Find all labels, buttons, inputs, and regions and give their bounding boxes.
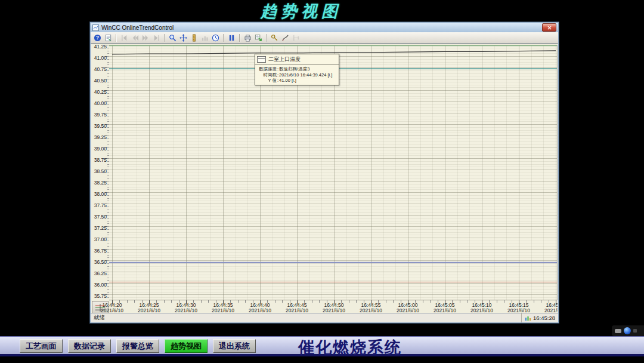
taskbar-button-active[interactable]: 趋势视图	[165, 339, 208, 353]
toolbar-separator	[223, 34, 224, 42]
legend-line-icon	[257, 56, 266, 63]
y-tick-label: 40.25	[91, 90, 107, 95]
tooltip-row: 时间戳:2021/6/10 16:44:39.424 [i.]	[255, 72, 339, 78]
status-ready-text: 就绪	[94, 314, 105, 322]
toolbar-marker-icon	[291, 33, 301, 42]
y-tick-label: 37.00	[91, 237, 107, 242]
toolbar-last-icon	[151, 33, 162, 42]
x-tick-label: 16:45:002021/6/10	[391, 303, 425, 313]
y-tick-label: 39.25	[91, 135, 107, 140]
taskbar-button-item[interactable]: 报警总览	[116, 339, 159, 353]
y-tick-label: 37.75	[91, 203, 107, 208]
x-tick-label: 16:45:052021/6/10	[428, 303, 462, 313]
tooltip-row: Y 值:41.00 [i.]	[255, 78, 339, 84]
toolbar: ?	[91, 32, 558, 44]
x-tick-label: 16:45:102021/6/10	[465, 303, 499, 313]
page-title: 趋势视图	[0, 1, 602, 22]
y-tick-label: 40.50	[91, 78, 107, 84]
toolbar-export-icon[interactable]	[253, 33, 264, 42]
taskbar-button-item[interactable]: 数据记录	[68, 339, 111, 353]
y-tick-label: 38.75	[91, 158, 107, 163]
y-tick-label: 40.00	[91, 101, 107, 106]
toolbar-separator	[164, 34, 165, 42]
toolbar-help-icon[interactable]: ?	[92, 33, 103, 42]
y-tick-label: 41.00	[91, 56, 107, 61]
tooltip-series-name: 二室上口温度	[268, 56, 301, 63]
svg-text:?: ?	[96, 35, 99, 41]
toolbar-pause-icon[interactable]	[227, 33, 237, 42]
toolbar-report-icon[interactable]	[103, 33, 113, 42]
window-title: WinCC OnlineTrendControl	[101, 24, 174, 31]
y-tick-label: 39.00	[91, 146, 107, 152]
toolbar-separator	[239, 34, 240, 42]
toolbar-ruler-icon[interactable]	[189, 33, 199, 42]
y-tick-label: 39.50	[91, 124, 107, 129]
y-tick-label: 40.75	[91, 67, 107, 72]
status-time: 16:45:28	[533, 315, 555, 321]
y-tick-label: 38.25	[91, 180, 107, 186]
close-icon[interactable]	[542, 23, 556, 32]
toolbar-separator	[116, 34, 117, 42]
window-icon	[92, 24, 99, 31]
x-tick-label: 16:45:152021/6/10	[502, 303, 535, 313]
ruler-tooltip: 二室上口温度 数据连接:数值归档\温度3时间戳:2021/6/10 16:44:…	[255, 54, 339, 85]
toolbar-prev-icon	[130, 33, 140, 42]
toolbar-pen-icon[interactable]	[280, 33, 290, 42]
taskbar-button-item[interactable]: 工艺画面	[20, 339, 63, 353]
y-tick-label: 36.00	[91, 282, 107, 288]
y-tick-label: 38.00	[91, 192, 107, 197]
bottom-taskbar: 工艺画面数据记录报警总览趋势视图退出系统 催化燃烧系统	[0, 336, 644, 356]
tray-widget[interactable]	[612, 325, 644, 336]
x-tick-label: 16:44:202021/6/10	[95, 303, 129, 313]
trend-status-icon	[525, 315, 531, 321]
x-tick-label: 16:44:402021/6/10	[243, 303, 277, 313]
window-titlebar[interactable]: WinCC OnlineTrendControl	[91, 23, 558, 32]
tray-app-icon[interactable]	[615, 329, 621, 333]
y-tick-label: 36.25	[91, 271, 107, 276]
toolbar-next-icon	[141, 33, 151, 42]
y-tick-label: 35.75	[91, 294, 107, 299]
y-tick-label: 38.50	[91, 169, 107, 174]
y-tick-label: 37.50	[91, 214, 107, 220]
toolbar-key-icon[interactable]	[270, 33, 280, 42]
toolbar-clock-icon[interactable]	[210, 33, 221, 42]
x-tick-label: 16:44:252021/6/10	[132, 303, 166, 313]
toolbar-first-icon	[119, 33, 129, 42]
system-title: 催化燃烧系统	[298, 337, 402, 358]
wincc-trend-window: WinCC OnlineTrendControl ? 41.2541.0040.…	[89, 21, 559, 324]
y-tick-label: 36.50	[91, 260, 107, 265]
y-tick-label: 37.25	[91, 226, 107, 231]
x-tick-label: 16:44:452021/6/10	[280, 303, 314, 313]
toolbar-zoom-icon[interactable]	[168, 33, 178, 42]
x-tick-label: 16:44:552021/6/10	[354, 303, 388, 313]
toolbar-print-icon[interactable]	[243, 33, 253, 42]
toolbar-separator	[266, 34, 267, 42]
tray-more-icon[interactable]	[633, 329, 637, 333]
y-tick-label: 39.75	[91, 112, 107, 118]
x-tick-label: 16:44:502021/6/10	[317, 303, 351, 313]
tooltip-row: 数据连接:数值归档\温度3	[255, 66, 339, 72]
status-bar: 就绪 16:45:28	[91, 313, 558, 322]
toolbar-move-icon[interactable]	[178, 33, 188, 42]
toolbar-stats-icon	[200, 33, 210, 42]
taskbar-button-item[interactable]: 退出系统	[213, 339, 256, 353]
x-tick-label: 16:44:302021/6/10	[169, 303, 203, 313]
x-tick-label: 16:45:202021/6/10	[539, 303, 558, 313]
tray-volume-icon[interactable]	[624, 327, 631, 334]
y-tick-label: 41.25	[91, 44, 107, 50]
y-tick-label: 36.75	[91, 248, 107, 254]
x-tick-label: 16:44:352021/6/10	[206, 303, 240, 313]
